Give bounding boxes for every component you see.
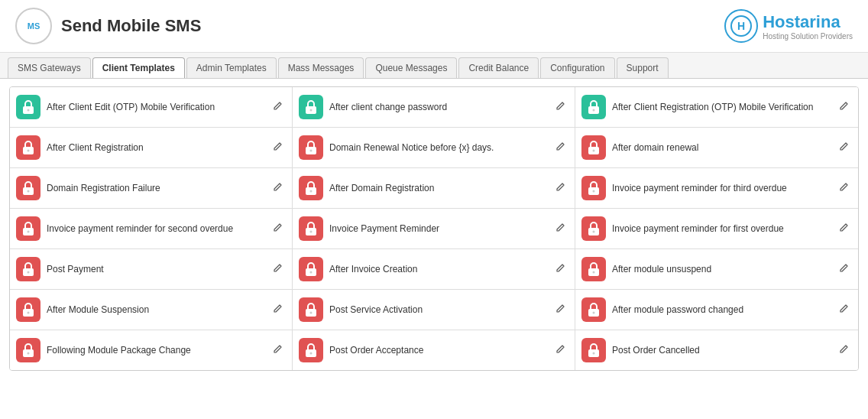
template-label: After Client Registration (OTP) Mobile V… <box>612 101 830 114</box>
template-cell: After module password changed <box>575 290 858 330</box>
svg-point-5 <box>310 109 313 112</box>
lock-icon <box>299 216 323 241</box>
edit-template-button[interactable] <box>270 99 286 115</box>
svg-point-35 <box>310 312 313 314</box>
lock-icon <box>16 297 40 322</box>
edit-template-button[interactable] <box>552 221 568 236</box>
lock-icon <box>581 176 606 200</box>
edit-template-button[interactable] <box>270 343 286 358</box>
template-label: After Domain Registration <box>329 182 546 195</box>
svg-point-15 <box>28 190 30 193</box>
template-label: Post Order Cancelled <box>612 344 830 357</box>
template-cell: After Invoice Creation <box>293 249 575 290</box>
template-label: After Client Registration <box>47 141 264 154</box>
tab-configuration[interactable]: Configuration <box>540 57 614 78</box>
tab-mass-messages[interactable]: Mass Messages <box>278 57 364 78</box>
template-label: Invoice Payment Reminder <box>329 222 546 235</box>
header: MS Send Mobile SMS H Hostarina Hosting S… <box>0 0 868 53</box>
template-label: After client change password <box>329 101 546 114</box>
edit-template-button[interactable] <box>836 140 852 155</box>
template-label: Post Service Activation <box>329 304 546 317</box>
content-area: After Client Edit (OTP) Mobile Verificat… <box>0 79 868 378</box>
tabs-bar: SMS GatewaysClient TemplatesAdmin Templa… <box>0 53 868 79</box>
svg-point-27 <box>28 271 30 274</box>
tab-admin-templates[interactable]: Admin Templates <box>186 57 277 78</box>
edit-template-button[interactable] <box>836 343 852 358</box>
tab-queue-messages[interactable]: Queue Messages <box>365 57 457 78</box>
svg-point-19 <box>593 190 595 193</box>
templates-grid: After Client Edit (OTP) Mobile Verificat… <box>9 86 859 371</box>
lock-icon <box>581 95 606 119</box>
edit-template-button[interactable] <box>836 302 852 317</box>
template-label: After module unsuspend <box>612 263 830 276</box>
svg-text:H: H <box>737 20 745 32</box>
template-label: After Client Edit (OTP) Mobile Verificat… <box>47 101 264 114</box>
template-label: After Invoice Creation <box>329 263 546 276</box>
edit-template-button[interactable] <box>270 221 286 236</box>
svg-point-41 <box>310 352 313 355</box>
template-label: Invoice payment reminder for second over… <box>47 222 264 235</box>
svg-point-25 <box>593 231 595 233</box>
template-cell: After Client Registration (OTP) Mobile V… <box>575 87 858 128</box>
edit-template-button[interactable] <box>270 261 286 277</box>
lock-icon <box>581 216 606 241</box>
lock-icon <box>16 95 40 119</box>
template-label: After domain renewal <box>612 141 830 154</box>
edit-template-button[interactable] <box>552 261 568 277</box>
lock-icon <box>16 338 40 362</box>
tab-sms-gateways[interactable]: SMS Gateways <box>8 57 91 78</box>
edit-template-button[interactable] <box>836 221 852 236</box>
tab-client-templates[interactable]: Client Templates <box>92 57 185 78</box>
edit-template-button[interactable] <box>552 343 568 358</box>
edit-template-button[interactable] <box>270 302 286 317</box>
tab-support[interactable]: Support <box>617 57 669 78</box>
svg-point-31 <box>593 271 595 274</box>
svg-point-37 <box>593 312 595 314</box>
lock-icon <box>16 176 40 200</box>
template-cell: After module unsuspend <box>575 249 858 290</box>
template-label: Post Order Acceptance <box>329 344 546 357</box>
template-cell: Invoice payment reminder for third overd… <box>575 168 858 209</box>
brand-icon: H <box>724 9 758 43</box>
edit-template-button[interactable] <box>552 99 568 115</box>
template-cell: Post Service Activation <box>293 290 575 330</box>
template-cell: Post Payment <box>10 249 293 290</box>
lock-icon <box>16 216 40 241</box>
lock-icon <box>299 135 323 160</box>
tab-credit-balance[interactable]: Credit Balance <box>458 57 539 78</box>
template-label: Post Payment <box>47 263 264 276</box>
template-cell: Domain Registration Failure <box>10 168 293 209</box>
template-cell: Domain Renewal Notice before {x} days. <box>293 128 575 168</box>
template-cell: Following Module Package Change <box>10 330 293 370</box>
lock-icon <box>299 95 323 119</box>
template-label: Domain Registration Failure <box>47 182 264 195</box>
svg-point-39 <box>28 352 30 355</box>
svg-point-9 <box>28 150 30 152</box>
edit-template-button[interactable] <box>552 180 568 196</box>
template-cell: Invoice payment reminder for second over… <box>10 209 293 249</box>
template-label: After Module Suspension <box>47 304 264 317</box>
edit-template-button[interactable] <box>836 261 852 277</box>
edit-template-button[interactable] <box>552 302 568 317</box>
brand-sub: Hosting Solution Providers <box>763 32 853 41</box>
template-cell: Invoice Payment Reminder <box>293 209 575 249</box>
template-cell: After domain renewal <box>575 128 858 168</box>
svg-point-43 <box>593 352 595 355</box>
lock-icon <box>16 257 40 281</box>
edit-template-button[interactable] <box>836 99 852 115</box>
edit-template-button[interactable] <box>270 140 286 155</box>
app-logo: MS <box>15 8 52 44</box>
svg-point-3 <box>28 109 30 112</box>
lock-icon <box>299 176 323 200</box>
header-left: MS Send Mobile SMS <box>15 8 201 44</box>
edit-template-button[interactable] <box>270 180 286 196</box>
brand-name: Hostarina <box>763 12 853 32</box>
edit-template-button[interactable] <box>552 140 568 155</box>
lock-icon <box>581 135 606 160</box>
lock-icon <box>299 338 323 362</box>
template-label: After module password changed <box>612 304 830 317</box>
template-label: Invoice payment reminder for first overd… <box>612 222 830 235</box>
edit-template-button[interactable] <box>836 180 852 196</box>
brand-logo: H Hostarina Hosting Solution Providers <box>724 9 853 43</box>
template-cell: After Client Registration <box>10 128 293 168</box>
